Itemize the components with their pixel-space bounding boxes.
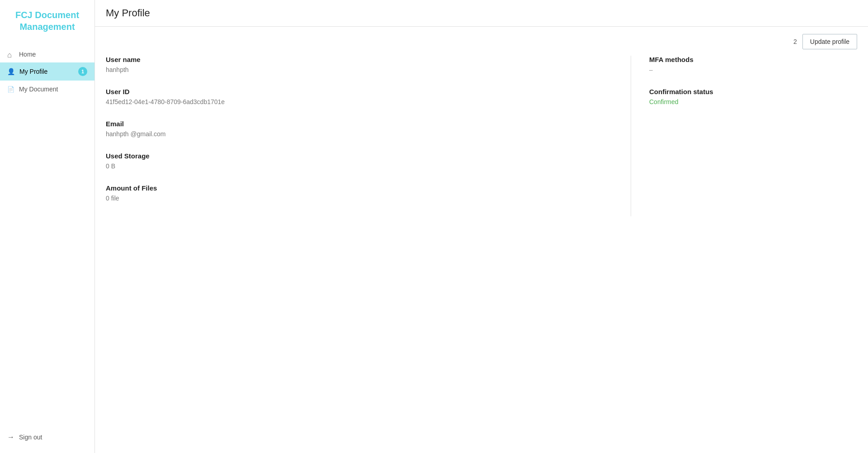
username-field-group: User name hanhpth bbox=[106, 56, 613, 73]
sidebar-item-my-profile-label: My Profile bbox=[19, 68, 74, 75]
sidebar-bottom: Sign out bbox=[0, 421, 94, 453]
page-header: My Profile bbox=[95, 0, 868, 27]
amount-files-field-group: Amount of Files 0 file bbox=[106, 184, 613, 202]
profile-right: MFA methods – Confirmation status Confir… bbox=[631, 56, 857, 216]
person-icon bbox=[7, 67, 15, 76]
profile-content: User name hanhpth User ID 41f5ed12-04e1-… bbox=[106, 56, 857, 216]
user-id-field-group: User ID 41f5ed12-04e1-4780-8709-6ad3cdb1… bbox=[106, 88, 613, 105]
sidebar-item-my-document-label: My Document bbox=[19, 86, 87, 93]
sign-out-label: Sign out bbox=[19, 434, 42, 441]
email-label: Email bbox=[106, 120, 613, 128]
user-id-value: 41f5ed12-04e1-4780-8709-6ad3cdb1701e bbox=[106, 98, 613, 105]
sidebar: FCJ Document Management Home My Profile … bbox=[0, 0, 95, 453]
update-profile-button[interactable]: Update profile bbox=[802, 34, 857, 49]
email-field-group: Email hanhpth @gmail.com bbox=[106, 120, 613, 138]
amount-files-label: Amount of Files bbox=[106, 184, 613, 192]
sidebar-nav: Home My Profile 1 My Document bbox=[0, 46, 94, 421]
username-value: hanhpth bbox=[106, 66, 613, 73]
username-label: User name bbox=[106, 56, 613, 63]
amount-files-value: 0 file bbox=[106, 195, 613, 202]
page-title: My Profile bbox=[106, 7, 857, 19]
used-storage-field-group: Used Storage 0 B bbox=[106, 152, 613, 170]
main-content: My Profile 2 Update profile User name ha… bbox=[95, 0, 868, 453]
sidebar-item-home-label: Home bbox=[19, 51, 87, 58]
sidebar-item-my-profile[interactable]: My Profile 1 bbox=[0, 62, 94, 81]
mfa-value: – bbox=[649, 66, 857, 73]
document-icon bbox=[7, 85, 14, 93]
user-id-label: User ID bbox=[106, 88, 613, 95]
home-icon bbox=[7, 51, 14, 57]
update-profile-container: 2 Update profile bbox=[793, 34, 857, 49]
email-value: hanhpth @gmail.com bbox=[106, 130, 613, 138]
my-profile-badge: 1 bbox=[78, 67, 87, 76]
logo-line2: Management bbox=[7, 21, 87, 33]
sidebar-item-home[interactable]: Home bbox=[0, 46, 94, 62]
mfa-label: MFA methods bbox=[649, 56, 857, 63]
confirmation-status-value: Confirmed bbox=[649, 98, 857, 105]
logo-line1: FCJ Document bbox=[7, 9, 87, 21]
sign-out-button[interactable]: Sign out bbox=[7, 429, 87, 446]
profile-left: User name hanhpth User ID 41f5ed12-04e1-… bbox=[106, 56, 631, 216]
mfa-field-group: MFA methods – bbox=[649, 56, 857, 73]
used-storage-value: 0 B bbox=[106, 162, 613, 170]
used-storage-label: Used Storage bbox=[106, 152, 613, 160]
app-logo[interactable]: FCJ Document Management bbox=[0, 0, 94, 46]
step-number: 2 bbox=[793, 38, 797, 45]
content-area: 2 Update profile User name hanhpth User … bbox=[95, 27, 868, 453]
confirmation-status-field-group: Confirmation status Confirmed bbox=[649, 88, 857, 105]
sidebar-item-my-document[interactable]: My Document bbox=[0, 81, 94, 98]
signout-icon bbox=[7, 433, 14, 441]
confirmation-status-label: Confirmation status bbox=[649, 88, 857, 95]
